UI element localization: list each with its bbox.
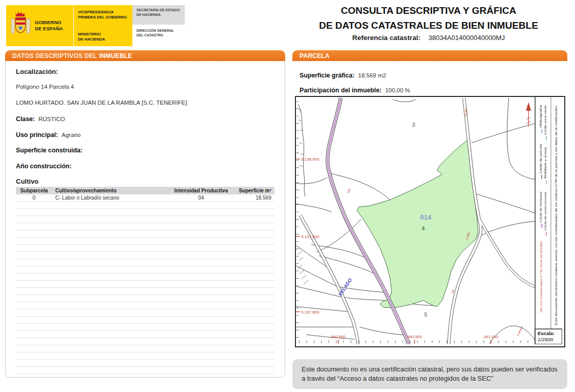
utm-coords-note: 341.100 Coordenadas U.TM. Huso 28 WGS84 — [539, 241, 543, 312]
superficie-grafica-row: Superficie gráfica:18.569 m2 — [300, 71, 560, 80]
government-logo-block: GOBIERNO DE ESPAÑA VICEPRESIDENCIAPRIMER… — [6, 5, 185, 46]
empty-table-row — [16, 230, 274, 237]
cultivo-table: SubparcelaCultivo/aprovechamientoIntensi… — [16, 187, 274, 378]
parcel-3-label: 3 — [412, 122, 415, 128]
localizacion-line2: LOMO HURTADO. SAN JUAN DE LA RAMBLA [S.C… — [16, 97, 274, 108]
legend-limite-parcela: Límite de parcela — [539, 144, 542, 173]
annex-note: Este documento electrónico contiene anex… — [554, 105, 558, 325]
vicepresidencia-label: VICEPRESIDENCIAPRIMERA DEL GOBIERNO — [78, 10, 128, 19]
datos-descriptivos-header: DATOS DESCRIPTIVOS DEL INMUEBLE — [5, 50, 285, 61]
empty-table-row — [16, 309, 274, 316]
disclaimer-note: Este documento no es una certificación c… — [292, 359, 567, 389]
cultivo-title: Cultivo — [16, 178, 274, 185]
parcel-5-label: 5 — [424, 311, 427, 318]
ministry-box: VICEPRESIDENCIAPRIMERA DEL GOBIERNO MINI… — [74, 5, 132, 46]
road-code-hurt: HURT — [464, 108, 468, 116]
empty-table-row — [16, 223, 274, 230]
empty-table-row — [16, 330, 274, 338]
legend-zona-verde: Límite zona verde — [543, 105, 547, 134]
parcela-title: PARCELA — [300, 52, 330, 60]
x-label-0: 340.800 — [331, 335, 346, 339]
reference-label: Referencia catastral: — [352, 34, 421, 42]
legend-limite-construcciones: Límite de construcciones — [543, 191, 547, 230]
gobierno-label: GOBIERNO DE ESPAÑA — [35, 19, 63, 32]
table-row: 0C- Labor o Labradío secano0418.569 — [16, 194, 274, 202]
y-label-0: 3.138.000 — [301, 157, 320, 162]
empty-table-row — [16, 259, 274, 266]
empty-table-row — [16, 208, 274, 215]
x-label-1: 340.900 — [407, 335, 422, 339]
empty-table-row — [16, 273, 274, 280]
empty-table-row — [16, 287, 274, 295]
empty-table-row — [16, 251, 274, 259]
superficie-construida-row: Superficie construida: — [16, 146, 274, 155]
empty-table-row — [16, 302, 274, 309]
subparcel-014-label: 014 — [420, 213, 431, 221]
y-label-1: 3.137.900 — [301, 234, 320, 239]
empty-table-row — [16, 338, 274, 345]
empty-table-row — [16, 215, 274, 223]
empty-table-row — [16, 323, 274, 330]
y-label-2: 3.137.800 — [301, 310, 320, 315]
empty-table-row — [16, 237, 274, 244]
panel-title-emph: INMUEBLE — [99, 52, 132, 60]
datos-descriptivos-panel: DATOS DESCRIPTIVOS DEL INMUEBLE Localiza… — [5, 50, 285, 378]
map-svg: 3.138.000 3.137.900 3.137.800 340.800 34… — [296, 97, 562, 344]
ministerio-label: MINISTERIODE HACIENDA — [78, 32, 128, 42]
localizacion-line1: Polígono 14 Parcela 4 — [16, 82, 274, 92]
empty-table-row — [16, 374, 274, 378]
document-title: CONSULTA DESCRIPTIVA Y GRÁFICA DE DATOS … — [290, 3, 567, 33]
uso-row: Uso principal:Agrario — [16, 130, 274, 140]
gobierno-de-espana-box: GOBIERNO DE ESPAÑA — [6, 5, 74, 46]
escala-value: 1/2500 — [538, 337, 553, 342]
spain-coat-of-arms-icon — [9, 10, 32, 41]
cadastral-document-page: GOBIERNO DE ESPAÑA VICEPRESIDENCIAPRIMER… — [0, 0, 575, 392]
empty-table-row — [16, 366, 274, 374]
panel-title-prefix: DATOS DESCRIPTIVOS DEL — [12, 52, 97, 60]
localizacion-label: Localización: — [16, 68, 274, 75]
legend-hidrografia: Hidrografía — [539, 105, 542, 127]
legend-limite-manzana: Límite de manzana — [539, 191, 542, 222]
empty-table-row — [16, 266, 274, 273]
x-label-2: 341.000 — [484, 335, 499, 339]
secretaria-label: SECRETARÍA DE ESTADODE HACIENDA — [132, 5, 185, 25]
parcela-header: PARCELA — [292, 50, 567, 61]
clase-row: Clase:RÚSTICO — [16, 114, 274, 124]
direccion-catastro-label: DIRECCIÓN GENERALDEL CATASTRO — [132, 25, 185, 42]
department-column: SECRETARÍA DE ESTADODE HACIENDA DIRECCIÓ… — [132, 5, 185, 46]
empty-table-row — [16, 352, 274, 359]
participacion-row: Participación del inmueble:100,00 % — [300, 86, 560, 95]
empty-table-row — [16, 345, 274, 352]
empty-table-row — [16, 295, 274, 302]
empty-table-row — [16, 359, 274, 366]
reference-value: 38034A014000040000MJ — [428, 34, 505, 42]
legend-mobiliario: Mobiliario y aceras — [543, 147, 547, 178]
empty-table-row — [16, 201, 274, 208]
empty-table-row — [16, 316, 274, 323]
empty-table-row — [16, 280, 274, 287]
escala-label: Escala: — [538, 330, 554, 336]
datos-descriptivos-card: Localización: Polígono 14 Parcela 4 LOMO… — [5, 61, 285, 378]
anio-construccion-row: Año construcción: — [16, 162, 274, 171]
cadastral-reference: Referencia catastral: 38034A014000040000… — [290, 34, 567, 42]
empty-table-row — [16, 244, 274, 251]
parcel-4-label: 4 — [422, 225, 425, 231]
cadastral-map: 3.138.000 3.137.900 3.137.800 340.800 34… — [295, 96, 565, 347]
